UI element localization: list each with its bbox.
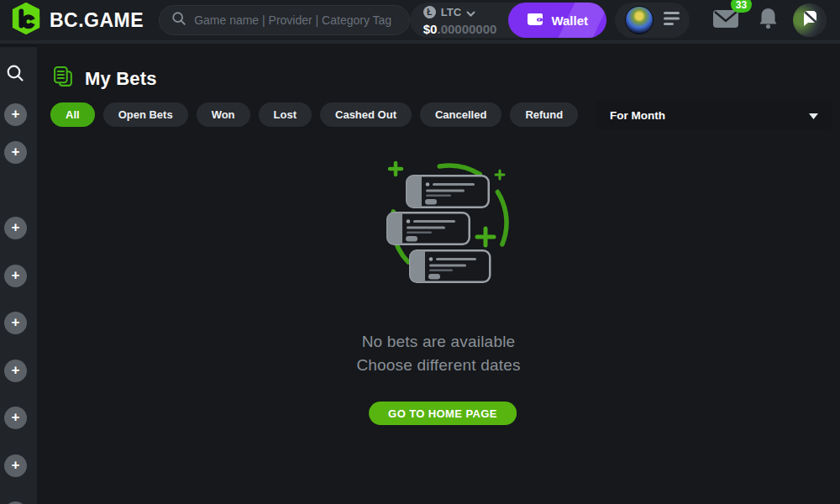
plus-icon: + [12, 315, 20, 329]
filter-cashed-out[interactable]: Cashed Out [320, 102, 412, 127]
filter-open-bets[interactable]: Open Bets [103, 102, 188, 127]
plus-icon: + [12, 410, 20, 424]
sidebar-add-button[interactable]: + [4, 141, 27, 164]
currency-code: LTC [441, 7, 461, 18]
period-dropdown[interactable]: For Month [596, 101, 832, 129]
logo[interactable]: BC.GAME [10, 3, 144, 38]
litecoin-icon: Ł [423, 6, 436, 18]
profile-pill [615, 3, 690, 38]
sidebar-search-button[interactable] [6, 64, 24, 86]
notifications-button[interactable] [759, 8, 778, 33]
filter-refund[interactable]: Refund [510, 102, 578, 127]
filter-all[interactable]: All [50, 102, 95, 127]
filter-lost[interactable]: Lost [259, 102, 312, 127]
empty-line-2: Choose different dates [37, 354, 840, 377]
sidebar-add-button[interactable]: + [4, 407, 27, 429]
empty-bets-illustration [323, 143, 575, 314]
sidebar-add-button[interactable]: + [4, 265, 27, 287]
search-icon [6, 71, 24, 85]
chevron-down-icon [466, 6, 475, 19]
sidebar-add-button[interactable]: + [4, 103, 27, 126]
balance-amount: $0.00000000 [423, 23, 497, 35]
left-sidebar: + + + + + + + + + [0, 47, 37, 504]
page-title: My Bets [85, 68, 157, 90]
search-input[interactable] [194, 13, 397, 27]
currency-selector[interactable]: Ł LTC $0.00000000 [423, 6, 497, 35]
game-search[interactable] [159, 5, 410, 35]
balance-pill: Ł LTC $0.00000000 [410, 3, 606, 38]
empty-line-1: No bets are available [37, 330, 840, 354]
top-header: BC.GAME Ł LTC $0.00000000 [0, 0, 840, 44]
sidebar-add-button[interactable]: + [4, 312, 27, 334]
avatar[interactable] [625, 6, 654, 34]
search-icon [171, 11, 186, 29]
plus-icon: + [12, 458, 20, 472]
bet-filters: All Open Bets Won Lost Cashed Out Cancel… [50, 102, 578, 127]
plus-icon: + [12, 268, 20, 282]
my-bets-page: My Bets All Open Bets Won Lost Cashed Ou… [37, 47, 840, 504]
chevron-down-icon [809, 108, 818, 123]
live-support-button[interactable] [793, 3, 827, 37]
plus-icon: + [12, 144, 20, 159]
plus-icon: + [12, 220, 20, 234]
filter-cancelled[interactable]: Cancelled [420, 102, 501, 127]
plus-icon: + [12, 107, 20, 121]
bell-icon [759, 18, 778, 32]
go-home-button[interactable]: GO TO HOME PAGE [369, 402, 517, 425]
filter-won[interactable]: Won [197, 102, 250, 127]
messages-count-badge: 33 [731, 0, 752, 13]
bcgame-logo-icon [10, 3, 42, 38]
period-selected-value: For Month [610, 109, 665, 122]
logo-text: BC.GAME [50, 9, 144, 32]
sidebar-add-button[interactable]: + [4, 360, 27, 382]
empty-state-message: No bets are available Choose different d… [37, 330, 840, 377]
plus-icon: + [12, 363, 20, 377]
sidebar-add-button[interactable]: + [4, 454, 27, 477]
chat-send-icon [801, 9, 819, 31]
my-bets-icon [52, 66, 75, 92]
messages-button[interactable]: 33 [713, 8, 738, 32]
wallet-button[interactable]: Wallet [508, 3, 606, 38]
mail-icon [713, 17, 738, 31]
account-menu-icon[interactable] [664, 12, 680, 29]
wallet-icon [527, 13, 543, 29]
sidebar-add-button[interactable]: + [4, 217, 27, 239]
